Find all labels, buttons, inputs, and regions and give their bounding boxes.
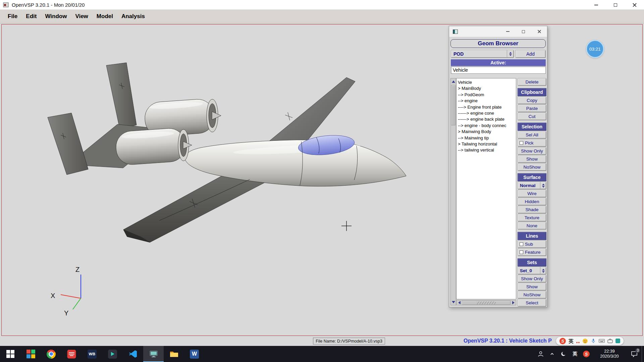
dropdown-arrows-icon[interactable] — [540, 267, 546, 274]
mic-icon[interactable] — [591, 338, 596, 344]
dropdown-arrows-icon[interactable] — [507, 50, 514, 58]
geom-close-button[interactable] — [531, 26, 547, 37]
tree-item-mainwing-body[interactable]: > Mainwing Body — [457, 129, 516, 135]
tree-item-engine-cone[interactable]: ------> engine cone — [457, 110, 516, 116]
pick-checkbox[interactable]: Pick — [518, 139, 546, 147]
dropdown-arrows-icon[interactable] — [540, 182, 546, 189]
word-icon: W — [190, 350, 199, 359]
shade-button[interactable]: Shade — [518, 206, 546, 214]
maximize-button[interactable] — [606, 0, 625, 10]
active-geom-field[interactable]: Vehicle — [451, 66, 546, 74]
show-button[interactable]: Show — [518, 155, 546, 163]
geom-maximize-button[interactable] — [516, 26, 531, 37]
wire-button[interactable]: Wire — [518, 190, 546, 197]
red-cn-app-button[interactable] — [61, 346, 82, 362]
grid-app-icon[interactable] — [20, 346, 41, 362]
geom-browser-title: Geom Browser — [450, 39, 546, 48]
toolbox-icon[interactable] — [607, 339, 613, 344]
menu-window[interactable]: Window — [42, 11, 70, 21]
checkbox-label: Sub — [525, 242, 533, 247]
emoji-icon[interactable] — [582, 338, 588, 344]
tail-fin-far — [106, 63, 137, 129]
checkbox-sub[interactable] — [520, 242, 523, 246]
hidden-icons-button[interactable] — [546, 346, 558, 362]
texture-button[interactable]: Texture — [518, 214, 546, 222]
show-only-button[interactable]: Show Only — [518, 275, 546, 283]
start-button[interactable] — [0, 346, 20, 362]
select-button[interactable]: Select — [518, 299, 546, 307]
show-button[interactable]: Show — [518, 283, 546, 291]
ime-lang-mode[interactable]: 英 — [569, 339, 574, 344]
section-surface-header: Surface — [518, 173, 546, 181]
tree-item-engine[interactable]: --> engine — [457, 98, 516, 104]
axis-label-z: Z — [75, 266, 79, 273]
skin-icon[interactable] — [615, 339, 620, 343]
normal-dropdown[interactable]: Normal — [518, 182, 546, 189]
media-app-button[interactable] — [102, 346, 123, 362]
menu-view[interactable]: View — [72, 11, 91, 21]
add-geom-button[interactable]: Add — [515, 50, 546, 58]
menu-model[interactable]: Model — [93, 11, 116, 21]
scroll-down-icon[interactable] — [451, 299, 456, 305]
tree-item-mainwing-tip[interactable]: --> Mainwing tip — [457, 135, 516, 141]
horizontal-scrollbar-thumb[interactable] — [462, 301, 511, 305]
paste-button[interactable]: Paste — [518, 105, 546, 112]
tree-item-engine-body-connec[interactable]: --> engine - body connec — [457, 123, 516, 129]
close-button[interactable] — [625, 0, 644, 10]
scroll-right-icon[interactable] — [511, 300, 516, 305]
minimize-button[interactable] — [587, 0, 606, 10]
sogou-logo-icon[interactable]: S — [559, 338, 566, 344]
action-center-button[interactable]: 3 — [627, 346, 642, 362]
none-button[interactable]: None — [518, 222, 546, 230]
checkbox-pick[interactable] — [520, 141, 523, 145]
menu-analysis[interactable]: Analysis — [118, 11, 148, 21]
people-button[interactable] — [535, 346, 546, 362]
delete-button[interactable]: Delete — [518, 78, 546, 86]
tree-item-tailwing-vertical[interactable]: --> tailwing vertical — [457, 147, 516, 153]
sub-checkbox[interactable]: Sub — [518, 240, 546, 248]
noshow-button[interactable]: NoShow — [518, 163, 546, 171]
cut-button[interactable]: Cut — [518, 113, 546, 120]
tree-vertical-scrollbar[interactable] — [450, 78, 456, 305]
sogou-tray-button[interactable]: S — [581, 346, 592, 362]
tree-horizontal-scrollbar[interactable] — [456, 300, 516, 305]
tree-item-mainbody[interactable]: > MainBody — [457, 85, 516, 92]
word-button[interactable]: W — [184, 346, 205, 362]
geom-browser-titlebar[interactable] — [449, 26, 547, 37]
geom-minimize-button[interactable] — [500, 26, 516, 37]
menu-file[interactable]: File — [4, 11, 21, 21]
scroll-left-icon[interactable] — [457, 300, 462, 305]
noshow-button[interactable]: NoShow — [518, 291, 546, 299]
scroll-up-icon[interactable] — [451, 79, 456, 84]
tree-item-podgeom[interactable]: --> PodGeom — [457, 92, 516, 98]
tree-item-tailwing-horizontal[interactable]: > Tailwing horizontal — [457, 141, 516, 147]
night-light-button[interactable] — [558, 346, 569, 362]
system-tray: 英 S 22:39 2020/3/20 3 — [535, 346, 644, 362]
tree-item-engine-back-plate[interactable]: ------> engine back plate — [457, 116, 516, 122]
show-only-button[interactable]: Show Only — [518, 147, 546, 155]
feature-checkbox[interactable]: Feature — [518, 248, 546, 256]
copy-button[interactable]: Copy — [518, 97, 546, 104]
set-0-dropdown[interactable]: Set_0 — [518, 267, 546, 275]
menu-edit[interactable]: Edit — [22, 11, 40, 21]
punctuation-icon[interactable] — [576, 339, 580, 343]
clock[interactable]: 22:39 2020/3/20 — [592, 349, 627, 359]
checkbox-feature[interactable] — [520, 250, 523, 254]
geom-browser-body: Geom Browser POD Add Active: Vehicle Veh… — [449, 37, 547, 307]
hidden-button[interactable]: Hidden — [518, 198, 546, 205]
openvsp-app-icon — [3, 2, 9, 7]
tree-item-engine-front-plate[interactable]: ----> Engine front plate — [457, 104, 516, 110]
chrome-button[interactable] — [41, 346, 61, 362]
keyboard-icon[interactable] — [599, 339, 605, 343]
sel-all-button[interactable]: Sel All — [518, 131, 546, 139]
geom-type-dropdown[interactable]: POD — [451, 50, 514, 58]
vscode-button[interactable] — [123, 346, 143, 362]
vertical-scrollbar-thumb[interactable] — [451, 85, 455, 125]
wb-app-button[interactable]: WB — [82, 346, 102, 362]
file-explorer-button[interactable] — [164, 346, 184, 362]
ime-language-indicator[interactable]: 英 — [569, 346, 581, 362]
tree-item-vehicle[interactable]: Vehicle — [457, 79, 516, 85]
active-screen-app-button[interactable] — [143, 346, 164, 362]
show-desktop-strip[interactable] — [642, 346, 644, 362]
recording-timer-overlay[interactable]: 03:21 — [586, 40, 604, 58]
